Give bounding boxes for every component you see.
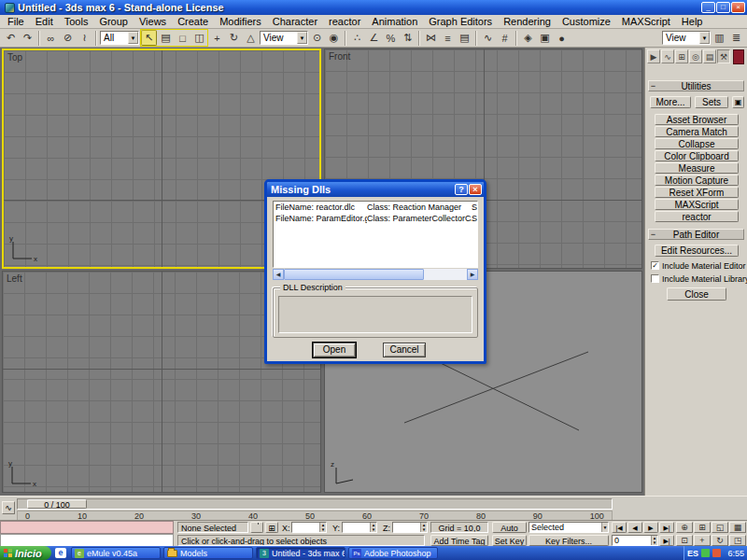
configure-button-sets-icon[interactable]: ▣: [732, 96, 744, 108]
utility-reset-xform-button[interactable]: Reset XForm: [655, 187, 739, 198]
utility-motion-capture-button[interactable]: Motion Capture: [655, 175, 739, 186]
menu-graph-editors[interactable]: Graph Editors: [423, 16, 498, 27]
reference-coordinate-dropdown[interactable]: View ▼: [260, 31, 308, 45]
align-icon[interactable]: ≡: [440, 30, 456, 46]
minimize-icon[interactable]: _: [701, 2, 715, 13]
mirror-icon[interactable]: ⋈: [423, 30, 439, 46]
absolute-offset-mode-icon[interactable]: ⊞: [265, 522, 278, 533]
spinner[interactable]: ▴▾: [319, 523, 326, 532]
schematic-view-icon[interactable]: #: [497, 30, 513, 46]
menu-tools[interactable]: Tools: [59, 16, 94, 27]
zoom-all-icon[interactable]: ⊞: [694, 522, 711, 533]
material-editor-icon[interactable]: ◈: [520, 30, 536, 46]
menu-maxscript[interactable]: MAXScript: [616, 16, 676, 27]
taskbar-task-photoshop[interactable]: Ps Adobe Photoshop: [348, 547, 438, 559]
utility-reactor-button[interactable]: reactor: [655, 211, 739, 222]
tray-icon-2[interactable]: [712, 549, 721, 557]
zoom-icon[interactable]: ⊕: [676, 522, 693, 533]
include-material-library-checkbox[interactable]: Include Material Library: [651, 273, 747, 284]
maxscript-mini-listener[interactable]: [0, 534, 174, 547]
select-and-move-icon[interactable]: +: [209, 30, 225, 46]
spin-down-icon[interactable]: ▾: [421, 527, 427, 532]
region-zoom-icon[interactable]: ⊡: [676, 535, 693, 546]
go-to-start-icon[interactable]: |◀: [612, 522, 627, 533]
pan-icon[interactable]: +: [694, 535, 711, 546]
menu-character[interactable]: Character: [267, 16, 323, 27]
open-button[interactable]: Open: [313, 343, 356, 357]
arc-rotate-icon[interactable]: ↻: [712, 535, 728, 546]
use-pivot-center-icon[interactable]: ⊙: [309, 30, 325, 46]
scrollbar-thumb[interactable]: [284, 269, 424, 280]
add-time-tag-button[interactable]: Add Time Tag: [430, 535, 488, 546]
more-button[interactable]: More...: [650, 96, 691, 108]
scroll-left-icon[interactable]: ◀: [273, 269, 284, 280]
menu-edit[interactable]: Edit: [30, 16, 59, 27]
min-max-toggle-icon[interactable]: ◳: [729, 535, 746, 546]
missing-dll-row[interactable]: FileName: ParamEditor.gup Class: Paramet…: [274, 213, 477, 224]
select-and-rotate-icon[interactable]: ↻: [226, 30, 242, 46]
spin-down-icon[interactable]: ▾: [320, 527, 326, 532]
spin-down-icon[interactable]: ▾: [652, 540, 657, 545]
taskbar-task-models[interactable]: Models: [163, 547, 253, 559]
auto-key-button[interactable]: Auto Key: [492, 522, 527, 533]
include-material-editor-checkbox[interactable]: ✓ Include Material Editor: [651, 260, 746, 271]
unlink-selection-icon[interactable]: ⊘: [60, 30, 76, 46]
tab-modify-icon[interactable]: ∿: [661, 49, 674, 63]
utility-measure-button[interactable]: Measure: [655, 162, 739, 174]
utility-collapse-button[interactable]: Collapse: [655, 138, 739, 149]
utilities-rollout-header[interactable]: − Utilities: [648, 80, 744, 91]
menu-help[interactable]: Help: [676, 16, 709, 27]
taskbar-task-3dsmax[interactable]: 3 Untitled - 3ds max 6 -...: [256, 547, 345, 559]
maxscript-mini-listener-macro[interactable]: [0, 521, 174, 534]
language-indicator[interactable]: ES: [687, 549, 698, 558]
x-coordinate-field[interactable]: ▴▾: [291, 522, 327, 533]
path-editor-rollout-header[interactable]: − Path Editor: [648, 229, 744, 240]
zoom-extents-icon[interactable]: ◱: [712, 522, 728, 533]
start-button[interactable]: Inicio: [0, 546, 51, 560]
undo-icon[interactable]: ↶: [3, 30, 19, 46]
missing-dll-list[interactable]: FileName: reactor.dlc Class: Reaction Ma…: [273, 201, 478, 268]
go-to-end-icon[interactable]: ▶|: [659, 522, 674, 533]
select-object-icon[interactable]: ↖: [141, 30, 157, 46]
help-icon[interactable]: ?: [455, 184, 468, 195]
utility-maxscript-button[interactable]: MAXScript: [655, 199, 739, 210]
sets-button[interactable]: Sets: [695, 96, 728, 108]
cancel-button[interactable]: Cancel: [383, 343, 426, 357]
menu-group[interactable]: Group: [93, 16, 134, 27]
tab-hierarchy-icon[interactable]: ⊞: [675, 49, 688, 63]
tab-utilities-icon[interactable]: ⚒: [717, 49, 730, 63]
utility-asset-browser-button[interactable]: Asset Browser: [655, 114, 739, 125]
select-and-scale-icon[interactable]: △: [243, 30, 259, 46]
quick-render-icon[interactable]: ●: [554, 30, 570, 46]
selection-filter-dropdown[interactable]: All ▼: [100, 31, 139, 45]
menu-rendering[interactable]: Rendering: [498, 16, 557, 27]
dialog-titlebar[interactable]: Missing Dlls ? ×: [267, 182, 484, 197]
tab-display-icon[interactable]: ▤: [703, 49, 716, 63]
named-sets-list-icon[interactable]: ≣: [728, 30, 744, 46]
play-icon[interactable]: ▶: [643, 522, 658, 533]
maximize-icon[interactable]: □: [716, 2, 730, 13]
previous-frame-icon[interactable]: ◀: [627, 522, 642, 533]
menu-animation[interactable]: Animation: [366, 16, 423, 27]
utility-color-clipboard-button[interactable]: Color Clipboard: [655, 150, 739, 161]
curve-editor-icon[interactable]: ∿: [480, 30, 496, 46]
layer-manager-icon[interactable]: ▤: [457, 30, 472, 46]
zoom-extents-all-icon[interactable]: ▦: [729, 522, 746, 533]
percent-snap-icon[interactable]: %: [383, 30, 399, 46]
y-coordinate-field[interactable]: ▴▾: [342, 522, 377, 533]
spinner[interactable]: ▴▾: [420, 523, 427, 532]
spin-down-icon[interactable]: ▾: [371, 527, 376, 532]
close-button[interactable]: Close: [667, 287, 726, 301]
close-icon[interactable]: ×: [469, 184, 482, 195]
menu-create[interactable]: Create: [172, 16, 214, 27]
utility-camera-match-button[interactable]: Camera Match: [655, 126, 739, 137]
edit-resources-button[interactable]: Edit Resources...: [655, 245, 739, 257]
tab-create-icon[interactable]: ▶: [647, 49, 660, 63]
render-scene-icon[interactable]: ▣: [537, 30, 553, 46]
tab-motion-icon[interactable]: ◎: [689, 49, 702, 63]
tray-icon-1[interactable]: [701, 549, 710, 557]
key-filters-button[interactable]: Key Filters...: [529, 535, 609, 546]
menu-file[interactable]: File: [2, 16, 30, 27]
menu-views[interactable]: Views: [134, 16, 172, 27]
snap-toggle-3d-icon[interactable]: ∴: [349, 30, 365, 46]
